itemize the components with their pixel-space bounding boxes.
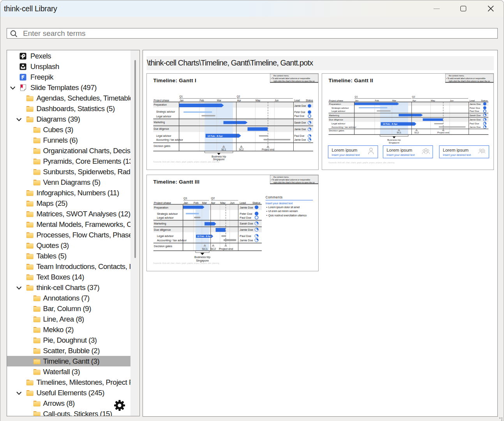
svg-text:Project end: Project end — [219, 247, 233, 251]
svg-text:Apr: Apr — [211, 201, 216, 205]
svg-text:Jamie Doe: Jamie Doe — [294, 138, 307, 141]
svg-text:Jan: Jan — [180, 99, 184, 102]
svg-text:Comments: Comments — [266, 195, 283, 199]
svg-text:SC2: SC2 — [210, 247, 216, 251]
svg-text:• To add remark label columns: • To add remark label columns or respons… — [446, 77, 486, 80]
svg-text:Jamie Doe: Jamie Doe — [294, 104, 307, 107]
svg-text:Jamie Doe: Jamie Doe — [470, 119, 481, 121]
svg-text:Jamie Doe: Jamie Doe — [240, 206, 253, 209]
svg-text:the context menu.: the context menu. — [273, 176, 289, 178]
svg-text:SC2: SC2 — [239, 148, 244, 151]
svg-text:Q2: Q2 — [412, 96, 416, 98]
svg-text:May: May — [431, 99, 435, 102]
svg-text:Quis nostrud exercitation ulla: Quis nostrud exercitation ullamco — [268, 214, 307, 217]
svg-text:Jan: Jan — [183, 201, 188, 205]
svg-text:Mar: Mar — [202, 201, 207, 205]
svg-text:Paul Doe: Paul Doe — [240, 234, 251, 238]
svg-text:Feb: Feb — [200, 99, 204, 102]
svg-text:Timeline: Gantt II: Timeline: Gantt II — [329, 78, 374, 83]
svg-text:Legal advisor: Legal advisor — [157, 216, 174, 219]
svg-text:Insert your desired text: Insert your desired text — [266, 202, 293, 205]
svg-text:12 Feb - 8 Apr: 12 Feb - 8 Apr — [208, 135, 223, 137]
svg-text:Sarah Doe: Sarah Doe — [294, 121, 307, 124]
svg-text:Preparation: Preparation — [154, 103, 167, 106]
svg-text:Paul Doe: Paul Doe — [240, 216, 251, 219]
svg-text:Project phase: Project phase — [154, 201, 171, 205]
svg-text:Project end: Project end — [437, 131, 449, 134]
svg-text:Legal advisor: Legal advisor — [156, 134, 171, 138]
svg-text:SC1: SC1 — [397, 131, 401, 134]
svg-text:Sarah Doe: Sarah Doe — [240, 222, 253, 225]
svg-text:Q1: Q1 — [183, 196, 187, 200]
svg-text:Jun: Jun — [275, 99, 279, 102]
svg-text:Decision gates: Decision gates — [154, 145, 171, 148]
svg-text:Lead: Lead — [294, 99, 300, 102]
svg-text:Jamie Doe: Jamie Doe — [240, 239, 253, 242]
svg-text:right-click the chart’s first: right-click the chart’s first column to … — [273, 80, 315, 82]
svg-text:Jamie Doe: Jamie Doe — [470, 103, 481, 105]
svg-text:Project phase: Project phase — [329, 99, 344, 102]
svg-text:Jamie Doe: Jamie Doe — [240, 228, 253, 232]
svg-text:May: May — [220, 201, 226, 205]
svg-text:SC1: SC1 — [202, 247, 208, 251]
svg-text:Jun: Jun — [230, 201, 234, 205]
svg-text:Peter Doe: Peter Doe — [470, 107, 481, 109]
svg-text:Mar: Mar — [392, 99, 396, 102]
svg-text:Decision gates: Decision gates — [154, 244, 172, 248]
svg-text:12 Feb - 8 Apr: 12 Feb - 8 Apr — [383, 123, 398, 125]
svg-text:Decision gates: Decision gates — [329, 129, 344, 132]
svg-text:Singapore: Singapore — [389, 142, 400, 144]
svg-text:Lorem ipsum dolor sit amet: Lorem ipsum dolor sit amet — [268, 206, 300, 209]
svg-text:Legal advisor: Legal advisor — [331, 122, 345, 125]
svg-text:Accounting / tax advisor: Accounting / tax advisor — [331, 126, 356, 128]
svg-text:Insert your desired text: Insert your desired text — [332, 154, 360, 157]
svg-text:Q1: Q1 — [180, 95, 183, 98]
svg-text:Status: Status — [252, 201, 261, 205]
svg-text:Insert your desired text: Insert your desired text — [387, 154, 415, 157]
svg-text:Timeline: Gantt I: Timeline: Gantt I — [153, 78, 197, 83]
svg-text:Business trip: Business trip — [388, 139, 401, 141]
svg-text:12 Feb - 8 Apr: 12 Feb - 8 Apr — [197, 235, 212, 237]
svg-text:Legal advisor: Legal advisor — [156, 115, 171, 118]
svg-text:Paul Doe: Paul Doe — [294, 115, 305, 117]
svg-text:Due diligence: Due diligence — [329, 119, 344, 121]
svg-text:Business trip: Business trip — [194, 255, 210, 259]
svg-text:Q2: Q2 — [237, 95, 240, 98]
svg-text:Lead: Lead — [240, 201, 246, 205]
svg-text:Project end: Project end — [262, 148, 274, 151]
svg-text:Preparation: Preparation — [154, 206, 168, 209]
svg-text:Peter Doe: Peter Doe — [294, 111, 306, 113]
svg-text:Paul Doe: Paul Doe — [294, 134, 305, 137]
svg-text:Strategic advisor: Strategic advisor — [156, 110, 175, 113]
svg-text:Strategic advisor: Strategic advisor — [157, 212, 178, 216]
svg-text:Legal advisor: Legal advisor — [331, 110, 345, 112]
svg-text:Lorem ipsum: Lorem ipsum — [387, 147, 412, 152]
svg-text:the context menu.: the context menu. — [273, 74, 289, 77]
svg-text:SC1: SC1 — [221, 148, 226, 151]
svg-text:Preparation: Preparation — [329, 103, 341, 105]
svg-text:Status: Status — [481, 99, 488, 102]
svg-text:Marketing: Marketing — [154, 222, 166, 225]
svg-text:• To add remark label columns: • To add remark label columns or respons… — [271, 77, 310, 80]
svg-text:Lead: Lead — [470, 99, 475, 102]
svg-text:Lorem ipsum: Lorem ipsum — [332, 147, 358, 152]
svg-text:Ut enim ad minim veniam: Ut enim ad minim veniam — [268, 210, 298, 212]
svg-text:Accounting / tax advisor: Accounting / tax advisor — [157, 239, 187, 242]
svg-text:right-click the chart’s first: right-click the chart’s first column to … — [273, 181, 315, 184]
svg-text:Peter Doe: Peter Doe — [240, 212, 252, 216]
svg-text:Jun: Jun — [450, 99, 454, 102]
svg-text:Lorem ipsum: Lorem ipsum — [443, 147, 469, 152]
svg-text:Keywords: think-cell, chart, c: Keywords: think-cell, chart, charts, gra… — [153, 262, 219, 264]
svg-text:Q2: Q2 — [211, 196, 215, 200]
svg-text:Accounting / tax advisor: Accounting / tax advisor — [156, 138, 183, 142]
svg-text:Jan: Jan — [355, 99, 359, 102]
svg-text:Sarah Doe: Sarah Doe — [470, 114, 481, 117]
svg-text:the context menu.: the context menu. — [449, 74, 464, 77]
svg-text:Legal advisor: Legal advisor — [157, 234, 174, 238]
svg-text:Due diligence: Due diligence — [154, 228, 171, 232]
svg-text:• To add remark label columns: • To add remark label columns or respons… — [271, 179, 310, 181]
svg-text:Q1: Q1 — [355, 96, 358, 98]
svg-text:Strategic advisor: Strategic advisor — [331, 107, 349, 109]
svg-text:Marketing: Marketing — [329, 114, 339, 117]
svg-text:Paul Doe: Paul Doe — [470, 122, 479, 125]
